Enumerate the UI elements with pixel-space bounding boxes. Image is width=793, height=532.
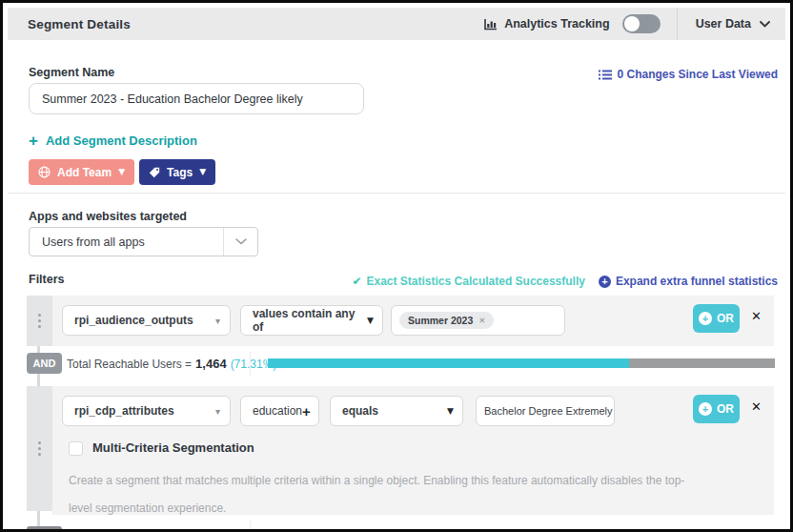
changes-since-last-viewed-link[interactable]: 0 Changes Since Last Viewed [599,68,778,81]
plus-circle-icon: + [699,312,712,325]
apps-targeted-value: Users from all apps [30,235,145,249]
expand-funnel-statistics-link[interactable]: + Expand extra funnel statistics [599,275,778,288]
row1-or-button[interactable]: + OR [693,304,740,333]
filter-row2-drag-handle[interactable] [27,386,52,511]
plus-icon: + [29,134,38,148]
tags-label: Tags [167,166,193,179]
expand-link-label: Expand extra funnel statistics [616,275,778,288]
statistics-status: ✔ Exact Statistics Calculated Successful… [352,275,585,288]
caret-down-icon: ▾ [215,406,230,417]
toggle-knob [624,16,640,31]
changes-link-label: 0 Changes Since Last Viewed [617,68,778,81]
row1-values-input[interactable]: Summer 2023 ✕ [391,305,565,336]
add-team-label: Add Team [57,166,112,179]
row2-attribute-box[interactable]: education + [240,396,319,426]
row1-operator-select[interactable]: values contain any of ▼ [240,305,383,336]
statistics-status-label: Exact Statistics Calculated Successfully [367,275,585,288]
circle-plus-icon: + [599,276,611,288]
add-team-button[interactable]: Add Team ▼ [29,159,134,185]
analytics-tracking-toggle[interactable] [622,14,661,33]
reach-label: Total Reachable Users = [67,358,192,371]
reach-progress-fill [268,358,629,368]
segment-name-label: Segment Name [29,66,114,79]
value-tag: Summer 2023 ✕ [399,312,494,329]
multi-criteria-description: Create a segment that matches multiple c… [69,467,693,522]
targeting-label: Apps and websites targeted [29,210,187,223]
drag-dots-icon [38,441,41,456]
filters-title: Filters [29,273,65,286]
remove-tag-icon[interactable]: ✕ [478,316,485,325]
stats-column-divider [250,521,251,532]
row1-field-value: rpi_audience_outputs [63,314,193,327]
section-divider [8,193,785,194]
row2-field-select[interactable]: rpi_cdp_attributes ▾ [62,396,231,426]
filter-row1-drag-handle[interactable] [27,296,52,346]
multi-criteria-checkbox[interactable] [69,441,83,456]
drag-dots-icon [38,314,41,328]
row2-attribute-value: education [241,404,302,418]
row2-field-value: rpi_cdp_attributes [63,404,174,418]
multi-criteria-label: Multi-Criteria Segmentation [92,440,254,455]
row2-or-button[interactable]: + OR [693,395,740,423]
row1-remove-filter-icon[interactable]: ✕ [751,309,762,323]
row2-operator-select[interactable]: equals ▼ [330,396,463,426]
globe-icon [38,166,51,178]
caret-down-icon: ▼ [199,168,206,176]
row2-operator-value: equals [331,404,378,418]
reach-progress-bar [268,358,775,368]
add-segment-description-link[interactable]: + Add Segment Description [29,133,197,148]
caret-down-icon: ▼ [367,316,382,325]
reach-stats: Total Reachable Users = 1,464 (71.31%) [67,357,276,371]
row2-value-input[interactable]: Bachelor Degree Extremely [476,396,615,426]
analytics-chart-icon [484,18,498,31]
and-connector-badge: AND [27,353,62,374]
caret-down-icon: ▼ [118,168,125,176]
plus-circle-icon: + [699,402,712,416]
caret-down-icon: ▾ [215,316,230,326]
changes-list-icon [599,70,612,80]
add-attribute-icon[interactable]: + [302,404,320,419]
row1-operator-value: values contain any of [241,307,367,334]
add-description-label: Add Segment Description [46,133,197,148]
value-tag-label: Summer 2023 [408,315,473,326]
or-label: OR [717,312,734,325]
segment-name-input[interactable] [29,83,364,114]
row2-value-text: Bachelor Degree Extremely [477,405,613,417]
tag-icon [149,167,160,178]
reach-count: 1,464 [195,357,227,371]
row1-field-select[interactable]: rpi_audience_outputs ▾ [62,305,231,336]
next-and-badge-stub [27,526,62,532]
header-bar: Segment Details Analytics Tracking User … [8,8,785,40]
row2-remove-filter-icon[interactable]: ✕ [751,399,762,414]
user-data-label: User Data [696,17,751,31]
or-label: OR [717,402,734,416]
chevron-down-icon [760,21,770,28]
select-chevron-area [223,228,257,256]
page-title: Segment Details [28,17,131,31]
tags-button[interactable]: Tags ▼ [139,159,215,185]
segment-details-window: Segment Details Analytics Tracking User … [0,0,793,532]
caret-down-icon: ▼ [447,406,462,416]
check-icon: ✔ [352,275,361,288]
filter-connector-line [37,511,40,526]
stats-column-divider [250,352,251,377]
analytics-tracking-label: Analytics Tracking [504,17,609,31]
apps-targeted-select[interactable]: Users from all apps [29,227,258,256]
user-data-dropdown[interactable]: User Data [678,17,785,31]
